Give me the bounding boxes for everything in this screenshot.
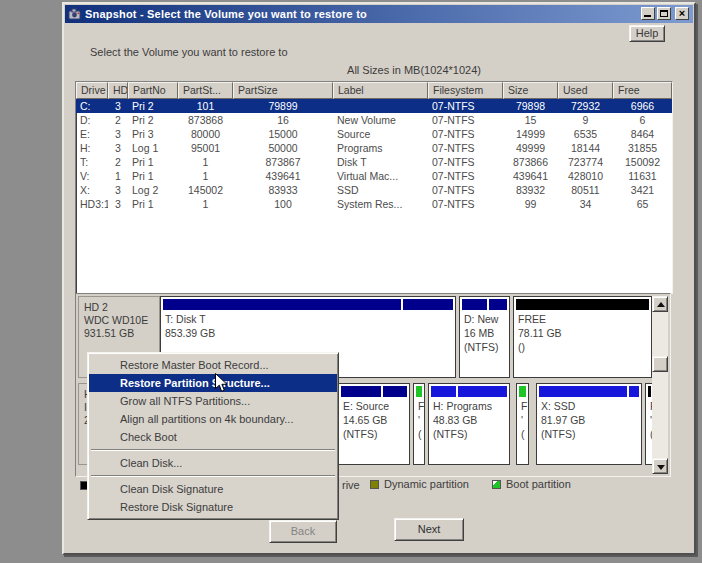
partition-usage-bar <box>431 386 507 397</box>
cell-used: 723774 <box>558 155 613 169</box>
menu-separator <box>91 449 335 451</box>
cell-label: New Volume <box>333 113 428 127</box>
cell-size: 439641 <box>503 169 558 183</box>
menu-item-clean-disk[interactable]: Clean Disk... <box>89 454 337 472</box>
cell-hd: 3 <box>108 183 128 197</box>
partition-title: H: Programs <box>429 399 509 413</box>
table-row-t[interactable]: T: 2 Pri 1 1 873867 Disk T 07-NTFS 87386… <box>76 155 672 169</box>
menu-item-restore-disk-signature[interactable]: Restore Disk Signature <box>89 498 337 516</box>
cell-hd: 3 <box>108 141 128 155</box>
table-row-hd31[interactable]: HD3:1 3 Pri 1 1 100 System Res... 07-NTF… <box>76 197 672 211</box>
column-header-drive[interactable]: Drive <box>76 82 108 99</box>
cell-partst: 1 <box>178 197 233 211</box>
cell-drive: C: <box>76 99 108 113</box>
cell-partsize: 873867 <box>233 155 333 169</box>
column-header-partno[interactable]: PartNo <box>128 82 178 99</box>
cell-used: 6535 <box>558 127 613 141</box>
table-row-c[interactable]: C: 3 Pri 2 101 79899 07-NTFS 79898 72932… <box>76 99 672 113</box>
help-button[interactable]: Help <box>629 25 665 42</box>
partition-free-small-1[interactable]: F ' ( <box>413 383 425 465</box>
menu-item-restore-mbr[interactable]: Restore Master Boot Record... <box>89 356 337 374</box>
window-title: Snapshot - Select the Volume you want to… <box>85 8 367 20</box>
partition-fs: (NTFS) <box>537 427 641 441</box>
partition-title: X: SSD <box>537 399 641 413</box>
screen: { "colors": { "desktop_bg": "#8d8d8d", "… <box>0 0 702 563</box>
partition-usage-bar <box>163 299 453 310</box>
partition-size: ' <box>517 413 528 427</box>
cell-free: 3421 <box>613 183 672 197</box>
column-header-partsize[interactable]: PartSize <box>233 82 333 99</box>
partition-usage-bar <box>416 386 422 397</box>
cell-size: 14999 <box>503 127 558 141</box>
cell-partsize: 16 <box>233 113 333 127</box>
cell-used: 428010 <box>558 169 613 183</box>
scroll-up-button[interactable] <box>652 296 668 312</box>
snapshot-window: Snapshot - Select the Volume you want to… <box>62 2 696 555</box>
partition-fs: ( <box>414 427 424 441</box>
scroll-down-button[interactable] <box>652 458 668 474</box>
cell-drive: T: <box>76 155 108 169</box>
column-header-free[interactable]: Free <box>613 82 672 99</box>
partition-size: 81.97 GB <box>537 413 641 427</box>
menu-item-check-boot[interactable]: Check Boot <box>89 428 337 446</box>
table-row-h[interactable]: H: 3 Log 1 95001 50000 Programs 07-NTFS … <box>76 141 672 155</box>
partition-e-source[interactable]: E: Source 14.65 GB (NTFS) <box>338 383 410 465</box>
partition-title: T: Disk T <box>161 312 455 326</box>
cell-partsize: 79899 <box>233 99 333 113</box>
cell-label: System Res... <box>333 197 428 211</box>
menu-item-clean-disk-signature[interactable]: Clean Disk Signature <box>89 480 337 498</box>
partition-h-programs[interactable]: H: Programs 48.83 GB (NTFS) <box>428 383 510 465</box>
minimize-button[interactable] <box>641 7 655 20</box>
close-button[interactable]: × <box>675 7 689 20</box>
column-header-used[interactable]: Used <box>558 82 613 99</box>
cell-partsize: 15000 <box>233 127 333 141</box>
cell-used: 9 <box>558 113 613 127</box>
partition-fs: ( <box>517 427 528 441</box>
cell-filesystem: 07-NTFS <box>428 99 503 113</box>
partition-x-ssd[interactable]: X: SSD 81.97 GB (NTFS) <box>536 383 642 465</box>
partition-fs: () <box>514 340 651 354</box>
partition-usage-bar <box>341 386 407 397</box>
minimize-icon <box>644 15 651 17</box>
column-header-size[interactable]: Size <box>503 82 558 99</box>
cell-label <box>333 99 428 113</box>
table-row-d[interactable]: D: 2 Pri 2 873868 16 New Volume 07-NTFS … <box>76 113 672 127</box>
table-row-e[interactable]: E: 3 Pri 3 80000 15000 Source 07-NTFS 14… <box>76 127 672 141</box>
partition-usage-bar <box>539 386 639 397</box>
table-row-x[interactable]: X: 3 Log 2 145002 83933 SSD 07-NTFS 8393… <box>76 183 672 197</box>
disk-panel-scrollbar[interactable] <box>652 296 668 474</box>
arrow-down-icon <box>657 465 665 470</box>
back-button[interactable]: Back <box>269 520 337 543</box>
cell-partno: Pri 2 <box>128 113 178 127</box>
cell-label: Disk T <box>333 155 428 169</box>
next-button[interactable]: Next <box>394 518 464 541</box>
cell-drive: H: <box>76 141 108 155</box>
scrollbar-thumb[interactable] <box>652 356 668 372</box>
menu-item-grow-ntfs[interactable]: Grow all NTFS Partitions... <box>89 392 337 410</box>
partition-d-new[interactable]: D: New 16 MB (NTFS) <box>459 296 510 378</box>
cell-partno: Pri 1 <box>128 197 178 211</box>
partition-title: D: New <box>460 312 509 326</box>
column-header-label[interactable]: Label <box>333 82 428 99</box>
cell-partst: 145002 <box>178 183 233 197</box>
cell-partno: Log 1 <box>128 141 178 155</box>
partition-usage-bar <box>462 299 507 310</box>
cell-partno: Pri 1 <box>128 169 178 183</box>
partition-free-small-2[interactable]: F ' ( <box>516 383 529 465</box>
column-header-hd[interactable]: HD <box>108 82 128 99</box>
maximize-button[interactable] <box>657 7 671 20</box>
column-header-filesystem[interactable]: Filesystem <box>428 82 503 99</box>
cell-filesystem: 07-NTFS <box>428 127 503 141</box>
cell-filesystem: 07-NTFS <box>428 113 503 127</box>
cell-partno: Pri 2 <box>128 99 178 113</box>
column-header-partst[interactable]: PartSt... <box>178 82 233 99</box>
partition-title: FREE <box>514 312 651 326</box>
cell-hd: 3 <box>108 127 128 141</box>
menu-item-align-4k[interactable]: Align all partitions on 4k boundary... <box>89 410 337 428</box>
partition-size: 853.39 GB <box>161 326 455 340</box>
disk-model: WDC WD10E <box>84 314 159 327</box>
partition-free-hd2[interactable]: FREE 78.11 GB () <box>513 296 652 378</box>
table-row-v[interactable]: V: 1 Pri 1 1 439641 Virtual Mac... 07-NT… <box>76 169 672 183</box>
partition-size: 48.83 GB <box>429 413 509 427</box>
menu-item-restore-partition-structure[interactable]: Restore Partition Structure... <box>89 374 337 392</box>
